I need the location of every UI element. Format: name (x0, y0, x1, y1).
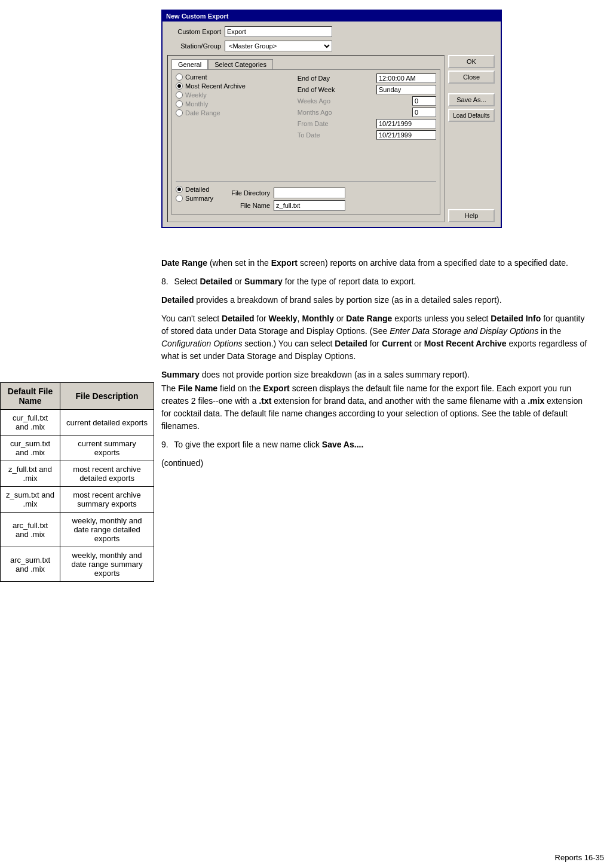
spacer (176, 142, 436, 177)
radio-monthly-row: Monthly (176, 100, 292, 108)
radio-monthly-label: Monthly (185, 100, 209, 108)
detailed-provides-para: Detailed provides a breakdown of brand s… (161, 294, 592, 306)
dialog-titlebar: New Custom Export (163, 11, 501, 22)
page-footer: Reports 16-35 (555, 853, 604, 862)
radio-weekly-label: Weekly (185, 91, 207, 99)
date-range-bold: Date Range (161, 258, 207, 268)
end-of-day-row: End of Day 12:00:00 AM (298, 73, 436, 83)
file-name-input[interactable] (274, 200, 345, 211)
close-button[interactable]: Close (448, 70, 495, 84)
radio-detailed-row: Detailed (176, 186, 213, 193)
radio-current-dot[interactable] (176, 73, 183, 81)
dialog-left-panel: General Select Categories Current (167, 55, 445, 222)
radio-summary-dot[interactable] (176, 195, 183, 202)
step9-text: To give the export file a new name click (174, 440, 320, 449)
date-range-para: Date Range (when set in the Export scree… (161, 257, 592, 269)
custom-export-label: Custom Export (167, 28, 221, 35)
detailed-bold: Detailed (161, 295, 194, 305)
btn-spacer2 (448, 124, 496, 207)
step8-or: or (235, 277, 244, 286)
step8-intro: Select (174, 277, 198, 286)
summary-para: Summary does not provide portion size br… (161, 369, 592, 381)
weeks-ago-row: Weeks Ago 0 (298, 96, 436, 106)
radio-most-recent-row: Most Recent Archive (176, 82, 292, 90)
weeks-ago-value: 0 (412, 96, 436, 106)
you-cant-para: You can't select Detailed for Weekly, Mo… (161, 312, 592, 363)
file-fields-col: File Directory File Name (219, 186, 436, 211)
radio-date-range-dot[interactable] (176, 109, 183, 116)
to-date-label: To Date (298, 131, 351, 139)
file-directory-label: File Directory (219, 189, 270, 197)
radio-monthly-dot[interactable] (176, 100, 183, 108)
to-date-row: To Date 10/21/1999 (298, 130, 436, 140)
table-cell-filename: z_sum.txt and .mix (1, 487, 60, 513)
btn-spacer (448, 86, 496, 91)
step8-rest: for the type of report data to export. (285, 277, 416, 286)
content-area: Date Range (when set in the Export scree… (161, 257, 592, 387)
table-cell-description: current detailed exports (60, 410, 154, 435)
ok-button[interactable]: OK (448, 55, 495, 68)
step8-number: 8. (161, 275, 168, 288)
separator (176, 181, 436, 182)
radio-weekly-row: Weekly (176, 91, 292, 99)
table-cell-filename: arc_full.txt and .mix (1, 513, 60, 547)
custom-export-input[interactable] (225, 26, 332, 37)
col-header-filename: Default File Name (1, 383, 60, 410)
station-group-label: Station/Group (167, 42, 221, 50)
table-cell-filename: cur_sum.txt and .mix (1, 435, 60, 461)
footer-text: Reports 16-35 (555, 853, 604, 862)
table-row: z_full.txt and .mix most recent archive … (1, 461, 154, 487)
screenshot-area: New Custom Export Custom Export Station/… (161, 0, 502, 234)
file-name-para: The File Name field on the Export screen… (161, 382, 592, 433)
table-cell-description: weekly, monthly and date range summary e… (60, 547, 154, 582)
table-cell-description: weekly, monthly and date range detailed … (60, 513, 154, 547)
end-of-day-label: End of Day (298, 75, 351, 82)
table-cell-description: most recent archive detailed exports (60, 461, 154, 487)
station-group-select[interactable]: <Master Group> (225, 41, 332, 51)
col-header-description: File Description (60, 383, 154, 410)
radio-most-recent-dot[interactable] (176, 82, 183, 90)
radio-detailed-dot[interactable] (176, 186, 183, 193)
file-name-row: File Name (219, 200, 436, 211)
tab-select-categories[interactable]: Select Categories (208, 59, 273, 69)
radio-current-label: Current (185, 73, 207, 81)
file-directory-row: File Directory (219, 188, 436, 198)
table-cell-filename: arc_sum.txt and .mix (1, 547, 60, 582)
step9-save-as: Save As.... (322, 440, 364, 449)
months-ago-value: 0 (412, 108, 436, 117)
custom-export-row: Custom Export (167, 26, 496, 37)
from-date-label: From Date (298, 120, 351, 127)
end-of-week-value: Sunday (376, 85, 436, 94)
summary-bold: Summary (161, 370, 200, 379)
radio-date-range-row: Date Range (176, 109, 292, 116)
dialog-main-area: General Select Categories Current (167, 55, 496, 222)
radio-detailed-label: Detailed (185, 186, 209, 193)
to-date-value: 10/21/1999 (376, 130, 436, 140)
file-directory-input[interactable] (274, 188, 345, 198)
table-row: z_sum.txt and .mix most recent archive s… (1, 487, 154, 513)
station-group-row: Station/Group <Master Group> (167, 41, 496, 51)
table-row: cur_full.txt and .mix current detailed e… (1, 410, 154, 435)
table-area: Default File Name File Description cur_f… (0, 382, 155, 582)
table-header-row: Default File Name File Description (1, 383, 154, 410)
table-cell-description: most recent archive summary exports (60, 487, 154, 513)
months-ago-row: Months Ago 0 (298, 108, 436, 117)
step9-para: 9. To give the export file a new name cl… (161, 438, 592, 451)
dialog-box: New Custom Export Custom Export Station/… (161, 10, 502, 228)
tab-general[interactable]: General (171, 59, 208, 69)
summary-text: does not provide portion size breakdown … (202, 370, 470, 379)
continued-text: (continued) (161, 458, 203, 468)
step9-number: 9. (161, 438, 168, 451)
time-column: End of Day 12:00:00 AM End of Week Sunda… (298, 73, 436, 142)
end-of-day-value: 12:00:00 AM (376, 73, 436, 83)
radio-most-recent-label: Most Recent Archive (185, 82, 246, 90)
radio-weekly-dot[interactable] (176, 91, 183, 99)
save-as-button[interactable]: Save As... (448, 93, 495, 106)
bottom-panel: Detailed Summary File Directory (176, 186, 436, 211)
help-button[interactable]: Help (448, 209, 495, 222)
step8-detailed: Detailed (200, 277, 232, 286)
dialog-body: Custom Export Station/Group <Master Grou… (163, 22, 501, 227)
load-defaults-button[interactable]: Load Defaults (448, 109, 495, 122)
detail-radio-col: Detailed Summary (176, 186, 213, 204)
dialog-title: New Custom Export (166, 13, 229, 20)
